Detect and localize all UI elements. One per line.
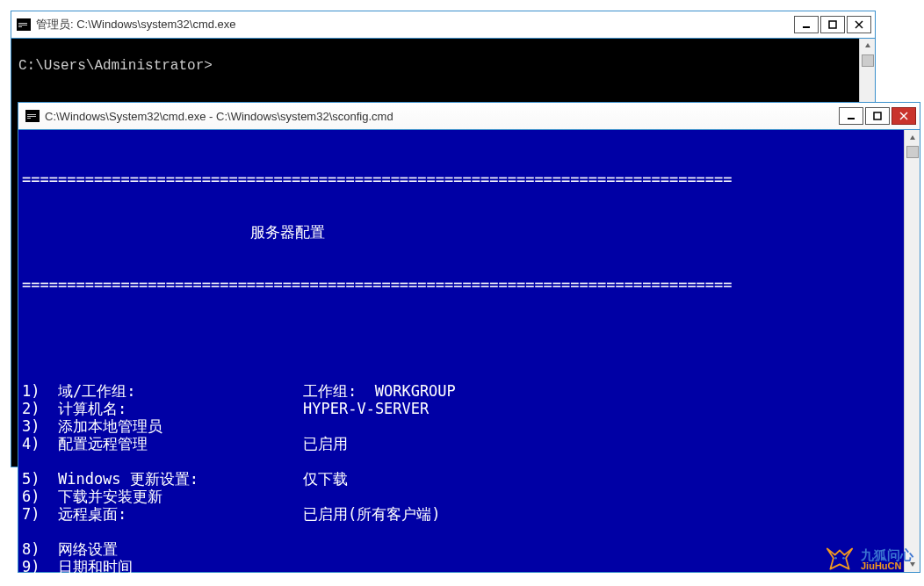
sconfig-header: 服务器配置 <box>22 223 920 241</box>
menu-row: 4) 配置远程管理已启用 <box>22 435 920 452</box>
scrollbar-thumb-back[interactable] <box>862 54 874 67</box>
scrollbar-thumb-front[interactable] <box>906 146 919 158</box>
menu-label: 3) 添加本地管理员 <box>22 417 303 435</box>
menu-value: 已启用(所有客户端) <box>303 505 440 523</box>
menu-row: 8) 网络设置 <box>22 540 920 558</box>
svg-rect-1 <box>829 21 836 28</box>
scroll-up-icon[interactable] <box>905 130 920 146</box>
maximize-button[interactable] <box>865 107 890 125</box>
menu-row: 9) 日期和时间 <box>22 558 920 575</box>
titlebar-back[interactable]: 管理员: C:\Windows\system32\cmd.exe <box>11 11 875 38</box>
menu-label: 6) 下载并安装更新 <box>22 488 303 505</box>
window-controls-back <box>794 16 871 33</box>
sconfig-window: C:\Windows\System32\cmd.exe - C:\Windows… <box>18 102 920 573</box>
menu-row: 2) 计算机名:HYPER-V-SERVER <box>22 400 920 417</box>
watermark-en: JiuHuCN <box>861 561 913 571</box>
svg-rect-6 <box>874 112 881 119</box>
menu-label: 1) 域/工作组: <box>22 382 303 400</box>
svg-point-11 <box>834 557 837 560</box>
window-title-front: C:\Windows\System32\cmd.exe - C:\Windows… <box>45 110 839 123</box>
close-button[interactable] <box>892 107 916 125</box>
menu-row: 7) 远程桌面:已启用(所有客户端) <box>22 505 920 523</box>
watermark: 九狐问心 JiuHuCN <box>824 546 913 574</box>
minimize-button[interactable] <box>839 107 863 125</box>
menu-label: 10) 遥测设置未知 <box>22 575 303 586</box>
window-title-back: 管理员: C:\Windows\system32\cmd.exe <box>36 17 794 33</box>
menu-label: 2) 计算机名: <box>22 400 303 417</box>
menu-value: 已启用 <box>303 435 348 452</box>
menu-row: 5) Windows 更新设置:仅下载 <box>22 470 920 488</box>
menu-value: 仅下载 <box>303 470 348 488</box>
divider-bottom: ========================================… <box>22 276 865 293</box>
cmd-icon <box>25 110 40 122</box>
sconfig-terminal[interactable]: ========================================… <box>18 129 920 572</box>
minimize-button[interactable] <box>794 16 819 33</box>
menu-label: 5) Windows 更新设置: <box>22 470 303 488</box>
svg-marker-4 <box>865 43 870 47</box>
cmd-icon <box>17 18 31 31</box>
fox-icon <box>824 546 855 574</box>
titlebar-front[interactable]: C:\Windows\System32\cmd.exe - C:\Windows… <box>18 103 920 129</box>
menu-row: 3) 添加本地管理员 <box>22 417 920 435</box>
menu-label: 7) 远程桌面: <box>22 505 303 523</box>
maximize-button[interactable] <box>820 16 845 33</box>
menu-row: 6) 下载并安装更新 <box>22 488 920 505</box>
menu-row <box>22 523 920 540</box>
scrollbar-track[interactable] <box>905 146 920 556</box>
svg-marker-9 <box>910 135 915 140</box>
menu-label: 4) 配置远程管理 <box>22 435 303 452</box>
menu-row: 10) 遥测设置未知 <box>22 575 920 586</box>
svg-point-12 <box>842 557 845 560</box>
menu-value: HYPER-V-SERVER <box>303 400 429 417</box>
cmd-prompt-back: C:\Users\Administrator> <box>18 42 868 74</box>
scrollbar-front[interactable] <box>904 130 920 572</box>
watermark-cn: 九狐问心 <box>861 548 913 561</box>
menu-label: 8) 网络设置 <box>22 540 303 558</box>
close-button[interactable] <box>847 16 871 33</box>
menu-row <box>22 452 920 470</box>
menu-value: 工作组: WORKGROUP <box>303 382 456 400</box>
divider-top: ========================================… <box>22 170 865 188</box>
menu-label: 9) 日期和时间 <box>22 558 303 575</box>
window-controls-front <box>839 107 916 125</box>
menu-row: 1) 域/工作组:工作组: WORKGROUP <box>22 382 920 400</box>
